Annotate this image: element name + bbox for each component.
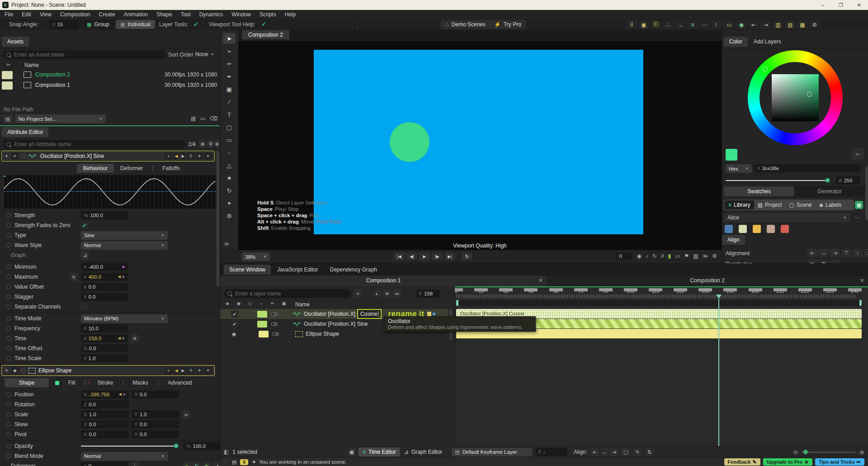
layer-color-swatch[interactable] [259,331,269,338]
scale-y-field[interactable]: Y1.0 [132,410,179,418]
palette-swatch[interactable] [725,225,733,233]
prev-key-icon[interactable]: ◀ [118,337,121,340]
pivot-x-field[interactable]: X0.0 [81,430,129,438]
menu-window[interactable]: Window [231,11,251,18]
asset-name[interactable]: Composition 2 [35,71,70,78]
tab-shape[interactable]: Shape [5,378,49,387]
pi-button[interactable]: π [69,273,78,281]
monitor-icon[interactable]: ▭ [675,253,680,259]
next-key-icon[interactable]: ▶ [123,393,126,396]
menu-scripts[interactable]: Scripts [259,11,276,18]
alpha-slider[interactable] [726,180,830,181]
snap-angle-field[interactable]: # 15 [50,20,79,29]
add-layer-button[interactable]: + [354,290,362,298]
menu-dynamics[interactable]: Dynamics [199,11,223,18]
palette-options-icon[interactable]: ⋯ [854,214,859,221]
comp-tab-2[interactable]: Composition 2 ✕ [547,276,868,286]
line-tool[interactable]: ∕ [223,96,236,107]
box-icon[interactable]: ▭ [724,20,735,29]
tab-behaviour[interactable]: Behaviour [77,164,114,173]
attr-connector[interactable] [6,444,11,448]
time-scale-field[interactable]: #1.0 [81,354,128,362]
attr-connector[interactable] [6,316,11,321]
asset-picker-icon[interactable]: ✏ [6,62,10,68]
graph-icon[interactable]: ⊿ [212,462,221,466]
blend-mode-dropdown[interactable]: Normal▼ [81,452,168,461]
prev-key-icon[interactable]: ◀ [174,367,179,374]
playhead-handle[interactable] [716,295,722,299]
timeline-zoom-slider[interactable] [802,452,856,453]
frame-number-field[interactable]: F158 [416,290,440,298]
oscillator-graph[interactable] [4,175,216,209]
keyframe-frame-field[interactable]: F- [536,448,567,456]
palette-swatch[interactable] [753,225,761,233]
select-tool[interactable]: ➤ [223,33,236,44]
remove-connection-icon[interactable]: ✕ [131,334,139,342]
scatter-icon[interactable]: ∴ [663,20,674,29]
time-mode-dropdown[interactable]: Minutes (BPM)▼ [81,314,168,323]
viewport-settings-icon[interactable]: ⚙ [712,253,717,259]
distribute-keys-icon[interactable]: ⇅ [645,448,653,456]
keyframe-layer-dropdown[interactable]: ▤ Default Keyframe Layer [452,448,532,456]
attr-connector[interactable] [6,336,11,341]
alpha-field[interactable]: A255 [836,176,860,185]
menu-shape[interactable]: Shape [156,11,172,18]
go-to-end-button[interactable]: ▶| [444,252,455,261]
attr-connector[interactable] [6,422,11,427]
pivot-y-field[interactable]: Y0.0 [132,430,179,438]
pen-tool[interactable]: ✒ [223,71,236,82]
solo-icon[interactable]: ◉ [637,253,641,259]
layer-search[interactable] [224,289,351,298]
list-icon[interactable]: ≡ [165,152,172,160]
lock-icon[interactable]: ◈ [224,301,231,306]
loop-button[interactable]: ↻ [462,252,472,261]
frequency-field[interactable]: #10.0 [81,324,128,333]
menu-tool[interactable]: Tool [181,11,191,18]
toolbar-expand-icon[interactable]: ≫ [224,241,230,247]
current-color-swatch[interactable] [726,149,737,161]
enabled-check-icon[interactable]: ✔ [11,152,19,160]
menu-help[interactable]: Help [285,11,296,18]
grid-view-button[interactable]: ▦ [855,201,863,209]
attr-connector[interactable] [6,285,11,289]
layer-color-swatch[interactable] [257,311,267,318]
attr-connector[interactable] [6,392,11,397]
brush-tool[interactable]: ✑ [223,58,236,69]
tab-composition-2[interactable]: Composition 2 [242,30,289,39]
chevron-down-icon[interactable]: ▼ [5,154,9,158]
type-dropdown[interactable]: Sine▼ [81,231,168,240]
picker-icon[interactable]: ✏ [269,301,276,306]
filter-settings-icon[interactable]: ≔ [393,290,401,298]
graph-editor-button[interactable]: ⊿Graph Editor [400,447,446,456]
align-left-icon[interactable]: ⇤ [748,20,759,29]
tab-assets[interactable]: Assets [2,37,29,47]
pin-icon[interactable]: ⚲ [187,367,194,374]
zoom-in-icon[interactable]: ⊕ [859,449,864,456]
attribute-search[interactable] [3,140,185,149]
frame-tool[interactable]: ▢ [223,122,236,133]
time-offset-field[interactable]: S0.0 [81,344,128,352]
star-tool[interactable]: ★ [223,172,236,183]
separate-channels-checkbox[interactable] [81,303,88,310]
align-left-icon[interactable]: ⇤ [807,249,817,257]
range-end-handle[interactable] [859,300,862,306]
visibility-icon[interactable]: ◉ [235,301,242,306]
flag-icon[interactable]: ⚑ [684,253,689,259]
attribute-search-input[interactable] [14,140,182,149]
zoom-dropdown[interactable]: 38%▼ [242,252,270,261]
timeline-pane[interactable]: 0153045607590105120135150165180195210225… [455,286,868,446]
menu-edit[interactable]: Edit [22,11,31,18]
attr-connector[interactable] [6,356,11,361]
align-middle-icon[interactable]: ↕ [853,249,863,257]
layer-name[interactable]: Ellipse Shape [306,331,339,337]
link-scale-icon[interactable]: ∞ [182,410,190,418]
next-key-icon[interactable]: ▶ [180,152,186,160]
sv-indicator[interactable] [807,92,812,97]
saturation-value-square[interactable] [772,74,819,121]
step-forward-button[interactable]: |▶ [432,252,443,261]
time-field[interactable]: #158.0◀▶ [81,334,128,342]
fades-checkbox[interactable]: ✓ [81,222,88,229]
asset-row[interactable]: Composition 1 30.00fps 1920 x 1080 [0,81,220,90]
gear-icon[interactable]: ⚙ [809,20,820,29]
close-icon[interactable]: ✕ [204,367,212,374]
